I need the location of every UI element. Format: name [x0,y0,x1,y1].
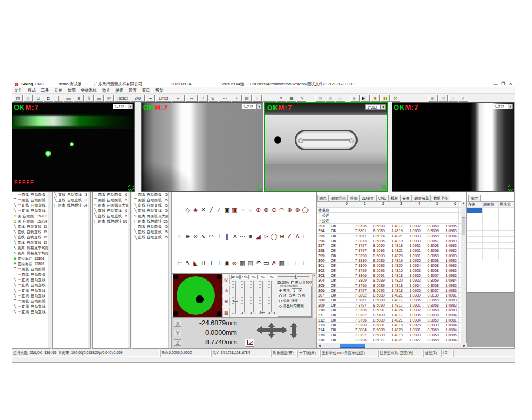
mode-level-radio-中[interactable] [289,294,292,297]
tool-icon[interactable]: ◯ [270,232,278,241]
light-slider-5[interactable]: 0% [268,275,276,317]
results-tab-夹具[interactable]: 夹具 [400,195,412,201]
toolbar-stop-button[interactable]: ■ [370,95,380,102]
tool-icon[interactable]: ⊛ [262,205,270,214]
results-data-row[interactable]: 306OK7.87978.50921.48181.09350.80571.098… [317,288,461,293]
light-slider-thumb[interactable] [242,312,247,314]
menu-item-文件[interactable]: 文件 [12,87,25,94]
results-data-row[interactable]: 314OK7.88048.50881.48201.09310.80691.098… [317,327,461,332]
tool-icon[interactable]: ◌ [176,232,184,241]
close-button[interactable]: ✕ [507,81,514,87]
toolbar-probe-button[interactable]: ◘ [44,95,53,102]
feature-list-item[interactable]: ╲直线自动直线15 [12,224,51,229]
tool-icon[interactable]: ∿ [200,232,207,241]
tool-icon[interactable]: ✕ [200,205,207,214]
feature-list-item[interactable]: ╲直线自动直线15 [12,229,51,235]
feature-list-scrollbar[interactable] [48,192,51,348]
zoom-slider-thumb[interactable] [295,275,297,279]
results-data-row[interactable]: 294OK7.88018.50801.48191.09300.80591.098… [317,228,461,233]
tool-icon[interactable]: ↶ [255,259,262,267]
tool-icon[interactable]: ○ [239,205,246,214]
menu-item-工具[interactable]: 工具 [38,87,52,94]
tool-icon[interactable]: ◌ [247,205,254,214]
feature-list-item[interactable]: ╲直线自动直线5 [132,235,171,240]
menu-item-绘图[interactable]: 绘图 [65,87,78,94]
results-tab-3D测量[interactable]: 3D测量 [360,195,376,201]
camera-zoom-dropdown[interactable]: 1=212▼ [113,104,133,109]
light-slider-track[interactable] [271,281,272,314]
menu-item-帮助[interactable]: 帮助 [153,87,166,94]
menu-item-模式[interactable]: 模式 [25,87,38,94]
results-data-row[interactable]: 300OK7.88108.50861.48191.09350.80581.098… [317,258,461,263]
toolbar-run-button[interactable]: ⚒ [390,95,400,102]
results-data-row[interactable]: 298OK7.87978.50931.48211.09310.80581.098… [317,248,461,253]
element-row[interactable] [467,237,514,243]
element-row[interactable] [467,225,514,231]
mode-level-radio-轻[interactable] [279,294,282,297]
camera-resize-grip[interactable] [257,185,262,191]
feature-list-item[interactable]: ╲***直线自动直线 [12,277,51,283]
toolbar-save2-button[interactable]: ▤ [438,95,448,102]
toolbar-dash-button[interactable]: - - [219,95,231,102]
feature-list-item[interactable]: ⌒***圆弧自动圆弧 [12,197,51,203]
results-data-row[interactable]: 315OK7.87978.50891.48191.09330.80581.098… [317,333,461,337]
toolbar-pause-button[interactable]: ▮▮ [380,95,390,102]
results-data-row[interactable]: 311OK7.87928.51001.48171.09350.80381.098… [317,312,461,317]
menu-item-捕捉[interactable]: 捕捉 [113,87,126,94]
zoom-slider[interactable] [278,276,309,277]
feature-list-item[interactable]: ⊕圆自动圆15794 [12,219,51,224]
toolbar-fixture-button[interactable]: ◙ [74,95,84,102]
element-row[interactable] [467,231,514,237]
toolbar-axis-move-button[interactable]: ⇅ [84,95,94,102]
feature-list-item[interactable]: ╲***直线自动直线 [12,293,51,299]
light-slider-track[interactable] [244,281,245,314]
light-ring-icon[interactable]: ▩ [222,308,230,317]
feature-list-item[interactable]: ╲直线自动直线3 [53,197,90,203]
toolbar-play2-button[interactable]: ▶ [428,95,438,102]
results-data-row[interactable]: 293OK7.87968.50901.48171.09320.80581.098… [317,224,461,228]
tool-icon[interactable]: ∟ [294,259,301,267]
results-data-row[interactable]: 297OK7.87978.50901.48181.09310.80581.098… [317,243,461,248]
light-slider-track[interactable] [253,281,254,314]
toolbar-abort-button[interactable]: ✗ [459,95,468,102]
tool-icon[interactable]: ∠ [286,232,294,241]
results-data-row[interactable]: 299OK7.87908.50931.48201.09310.80581.098… [317,253,461,258]
mode-sharpen-radio[interactable] [279,300,282,302]
toolbar-copy-grey-button[interactable]: ▥ [326,95,335,102]
camera-zoom-dropdown[interactable]: 1=212▼ [493,104,513,109]
feature-list-item[interactable]: ╲直线自动直线15 [12,235,51,240]
feature-list-item[interactable]: ↖距离所有点平均距 [12,245,51,251]
light-slider-track[interactable] [235,281,236,314]
toolbar-block-button[interactable]: ▬ [64,95,73,102]
toolbar-image-button[interactable]: ◣ [209,95,218,102]
results-tab-绘图[interactable]: 绘图 [348,195,360,201]
toolbar-clamp-button[interactable]: ╂ [54,95,63,102]
feature-list-item[interactable]: ⊢距离线性标注66 [93,219,130,224]
tool-icon[interactable]: ◢ [255,232,262,241]
tool-icon[interactable]: ◠ [207,232,215,241]
light-slider-1[interactable]: 40.0% [231,275,240,317]
menu-item-窗口[interactable]: 窗口 [139,87,153,94]
camera-pane-3[interactable]: OKM:71=212▼ [264,102,388,192]
results-data-row[interactable]: 304OK7.88098.50891.48201.09330.80591.098… [317,278,461,283]
feature-list-item[interactable]: ╲直线自动直线5 [132,203,171,208]
xy-jog-vertical-arrow[interactable] [270,324,273,337]
toolbar-save-button[interactable]: ▤ [13,95,23,102]
light-slider-2[interactable]: 0.0% [240,275,249,317]
tool-icon[interactable]: ✗ [270,259,278,267]
results-vertical-scrollbar[interactable]: ▲ [461,201,466,343]
camera-pane-2[interactable]: OKM:71=212▼ [141,102,263,192]
element-row[interactable] [467,243,514,249]
toolbar-open-grey-button[interactable]: ▷ [336,95,345,102]
toolbar-pattern-button[interactable]: ▨ [242,95,252,102]
results-data-row[interactable]: 301OK7.88008.50831.48201.09340.80581.098… [317,263,461,268]
mode-black-radio[interactable] [279,305,282,308]
element-row[interactable] [467,249,514,254]
toolbar-dither-button[interactable]: ▩ [287,95,296,102]
tool-icon[interactable]: ⊖ [278,232,286,241]
toolbar-magnifier-button[interactable]: ⌕ [232,95,242,102]
feature-list-item[interactable]: ⊖直径标注15801 [12,256,51,261]
feature-list-item[interactable]: ⌒***圆弧自动圆弧 [12,299,51,304]
camera-resize-grip[interactable] [508,185,513,191]
tool-icon[interactable]: ∟ [302,259,309,267]
